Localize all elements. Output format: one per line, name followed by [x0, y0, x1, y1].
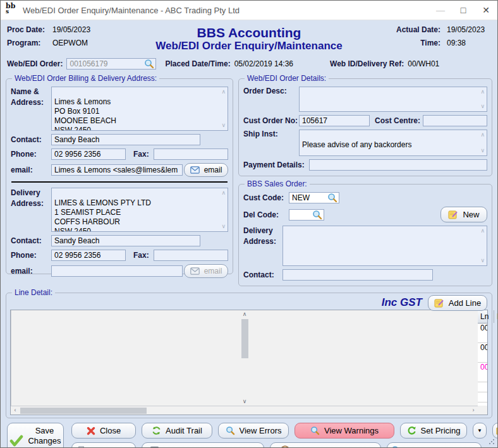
set-pricing-dropdown-button[interactable]: ▼	[473, 423, 487, 439]
scroll-down-icon[interactable]: ∨	[480, 148, 485, 154]
bbs-delivery-address-textarea[interactable]: ∧ ∨	[282, 226, 487, 266]
magnifier-icon	[310, 426, 320, 435]
table-horizontal-scrollbar[interactable]: ‹ ›	[11, 406, 478, 415]
order-desc-textarea[interactable]: ∧ ∨	[299, 87, 487, 112]
cust-code-input[interactable]: NEW	[289, 192, 339, 203]
table-vertical-scrollbar[interactable]: ∧ ∨	[11, 310, 478, 406]
del-code-input[interactable]	[289, 209, 324, 221]
notes-attachments-button[interactable]: Notes & Attachments	[270, 442, 381, 448]
archive-drawer-icon	[150, 446, 159, 448]
bbs-contact-label: Contact:	[243, 270, 282, 279]
payment-details-input[interactable]	[309, 159, 487, 171]
scroll-up-icon[interactable]: ∧	[480, 228, 485, 234]
time-value: 09:38	[447, 39, 491, 47]
billing-email-input[interactable]: Limes & Lemons <sales@limes&lem	[51, 164, 183, 176]
minimize-button[interactable]: —	[429, 1, 452, 20]
scroll-down-icon[interactable]: ∨	[480, 258, 485, 263]
view-warnings-button[interactable]: View Warnings	[295, 423, 394, 439]
col-item-code: Item Code	[494, 310, 498, 323]
search-icon[interactable]	[327, 193, 337, 203]
payment-details-label: Payment Details:	[243, 160, 309, 169]
cost-centre-input[interactable]	[423, 115, 487, 126]
table-row[interactable]: 500008 2EACH $9.35 6 Glass Set - Small	[478, 353, 487, 362]
cost-centre-label: Cost Centre:	[375, 116, 423, 125]
billing-phone-input[interactable]: 02 9956 2356	[51, 148, 126, 160]
vertical-scroll-thumb[interactable]	[241, 319, 248, 358]
close-button[interactable]: Close	[71, 423, 136, 439]
billing-fax-input[interactable]	[154, 148, 228, 160]
table-row[interactable]: 003BRSB1 3PK6 5.78New (Msg) 2 OH + 1 due…	[478, 362, 487, 372]
global-customer-enquiry-button[interactable]: Global Customer Enquiry	[142, 442, 264, 448]
table-row[interactable]: 500002 3EACH $5.775*CAH* Stainless Steel…	[478, 372, 487, 382]
notepad-pencil-icon	[434, 299, 444, 308]
checkmark-icon	[9, 435, 23, 447]
billing-contact-input[interactable]: Sandy Beach	[51, 134, 200, 145]
proc-date-label: Proc Date:	[7, 25, 52, 34]
cust-code-label: Cust Code:	[243, 193, 289, 202]
delivery-email-button[interactable]: email	[184, 264, 228, 278]
bbs-sales-order-group: BBS Sales Order: Cust Code: NEW Del Code…	[238, 184, 492, 286]
actual-date-value: 19/05/2023	[447, 25, 491, 34]
search-icon[interactable]	[312, 210, 322, 220]
scroll-up-icon[interactable]: ∧	[221, 190, 226, 196]
folder-plus-icon	[496, 427, 498, 435]
billing-group-title: Web/EDI Order Billing & Delivery Address…	[12, 74, 159, 83]
cust-order-no-input[interactable]: 105617	[299, 115, 370, 126]
magnifier-icon	[391, 445, 401, 448]
magnifier-icon	[226, 426, 235, 435]
scroll-down-icon[interactable]: ∨	[480, 104, 485, 109]
scroll-left-icon[interactable]: ‹	[11, 406, 20, 415]
billing-address-textarea[interactable]: Limes & Lemons PO Box 9101 MOONEE BEACH …	[51, 87, 228, 131]
table-header-row: Ln Item Code Qty UOM Price Inc Line Stat…	[478, 310, 487, 324]
scroll-right-icon[interactable]: ›	[469, 406, 478, 415]
ship-inst-textarea[interactable]: Please advise of any backorders ∧ ∨	[299, 130, 487, 156]
search-icon[interactable]	[144, 59, 154, 69]
actual-date-label: Actual Date:	[389, 25, 440, 34]
close-window-button[interactable]: ✕	[475, 1, 497, 20]
delivery-contact-input[interactable]: Sandy Beach	[51, 235, 200, 246]
order-bar: Web/EDI Order: 001056179 Placed Date/Tim…	[1, 56, 497, 73]
webedi-order-input[interactable]: 001056179	[66, 58, 156, 70]
delivery-phone-input[interactable]: 02 9956 2356	[51, 250, 126, 261]
delivery-email-input[interactable]	[51, 265, 183, 277]
new-button[interactable]: New	[440, 207, 487, 222]
delivery-fax-input[interactable]	[154, 250, 228, 261]
proc-date-value: 19/05/2023	[52, 25, 90, 34]
table-row[interactable]: 500010 2BOX $10.01 Tall Glass Set - Meta…	[478, 333, 487, 342]
scroll-up-icon[interactable]: ∧	[480, 132, 485, 138]
billing-email-button[interactable]: email	[184, 163, 228, 177]
audit-trail-button[interactable]: Audit Trail	[142, 423, 212, 439]
table-row[interactable]: 001TGASMETAL 12EACH 1.76New Fully Alloca…	[478, 324, 487, 333]
view-original-order-button[interactable]: View Original Order	[387, 442, 482, 448]
scroll-up-icon[interactable]: ∧	[480, 89, 485, 95]
billing-contact-label: Contact:	[11, 135, 51, 144]
maximize-button[interactable]: □	[452, 1, 475, 20]
view-errors-button[interactable]: View Errors	[218, 423, 289, 439]
table-row[interactable]: 0026GS 2EACH 9.35New Fully Allocated6 GL…	[478, 342, 487, 353]
delivery-address-textarea[interactable]: LIMES & LEMONS PTY LTD 1 SEAMIST PLACE C…	[51, 188, 228, 232]
cust-order-no-label: Cust Order No:	[243, 116, 299, 125]
set-pricing-button[interactable]: Set Pricing	[400, 423, 467, 439]
ship-inst-label: Ship Inst:	[243, 130, 299, 138]
scroll-down-icon[interactable]: ∨	[221, 123, 226, 128]
add-line-button[interactable]: Add Line	[428, 295, 487, 311]
del-code-label: Del Code:	[243, 210, 289, 219]
add-folder-button[interactable]	[492, 423, 498, 439]
billing-email-label: email:	[11, 166, 51, 174]
horizontal-scroll-thumb[interactable]	[20, 408, 147, 414]
bbs-delivery-address-label: Delivery Address:	[243, 226, 282, 247]
scroll-down-icon[interactable]: ∨	[240, 397, 249, 406]
order-desc-label: Order Desc:	[243, 87, 299, 95]
scroll-up-icon[interactable]: ∧	[221, 89, 226, 95]
save-changes-button[interactable]: Save Changes (F6)	[7, 423, 64, 448]
window-title: Web/EDI Order Enquiry/Maintenance - ABC …	[23, 6, 429, 15]
scroll-up-icon[interactable]: ∧	[240, 310, 249, 318]
scroll-down-icon[interactable]: ∨	[221, 224, 226, 229]
header: Proc Date:19/05/2023 Program:OEPWOM BBS …	[1, 20, 497, 56]
resize-grip[interactable]	[489, 439, 495, 445]
program-label: Program:	[7, 39, 52, 47]
print-order-button[interactable]: Print Order	[71, 442, 136, 448]
notepad-pencil-icon	[448, 210, 458, 219]
line-detail-group-title: Line Detail:	[12, 288, 55, 297]
bbs-contact-input[interactable]	[282, 269, 433, 281]
